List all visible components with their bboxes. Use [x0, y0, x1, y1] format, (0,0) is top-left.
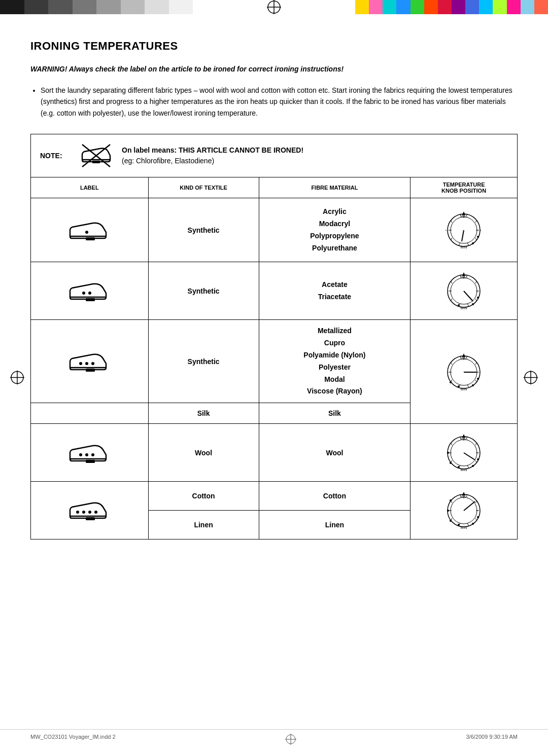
knob-3-icon: MAX MIN [443, 351, 484, 391]
svg-text:MIN: MIN [461, 468, 467, 472]
color-bar-top [0, 0, 548, 14]
svg-line-42 [451, 299, 452, 301]
svg-rect-51 [86, 369, 95, 372]
svg-point-121 [477, 516, 479, 518]
svg-line-63 [467, 385, 469, 387]
label-cell [31, 262, 149, 320]
footer: MW_CO23101 Voyager_IM.indd 2 3/6/2009 9:… [0, 729, 548, 746]
svg-point-102 [82, 511, 85, 514]
svg-point-73 [450, 381, 452, 383]
knob-wool-icon: MAX MIN [443, 431, 484, 472]
svg-rect-7 [86, 237, 95, 240]
svg-text:•: • [446, 229, 447, 232]
header-kind: KIND OF TEXTILE [148, 177, 259, 198]
svg-line-112 [475, 518, 477, 521]
textile-linen: Linen [148, 511, 259, 539]
bullet-item: Sort the laundry separating different fa… [41, 85, 518, 119]
svg-point-48 [477, 297, 479, 299]
svg-point-95 [477, 458, 479, 460]
bullet-section: Sort the laundry separating different fa… [30, 85, 518, 119]
right-color-swatches [355, 0, 548, 14]
svg-line-113 [467, 523, 469, 526]
svg-rect-100 [86, 517, 95, 520]
iron-2dot-icon [66, 274, 112, 307]
svg-point-97 [450, 462, 452, 464]
warning-text: WARNING! Always check the label on the a… [30, 64, 518, 75]
note-label: NOTE: [40, 152, 71, 160]
svg-point-125 [450, 499, 452, 501]
svg-point-52 [79, 362, 82, 365]
fibre-wool: Wool [259, 424, 410, 482]
svg-line-16 [475, 220, 477, 223]
footer-center-crosshair [285, 734, 296, 746]
svg-point-124 [447, 510, 449, 512]
svg-line-67 [451, 362, 452, 365]
left-crosshair [10, 370, 24, 386]
fibre-linen: Linen [259, 511, 410, 539]
svg-marker-25 [462, 211, 465, 215]
fibre-cell: AcrylicModacrylPolypropylenePolyurethane [259, 198, 410, 262]
svg-point-77 [85, 453, 88, 456]
svg-marker-69 [462, 353, 465, 357]
knob-wool-cell: MAX MIN [410, 424, 518, 482]
svg-point-31 [88, 292, 91, 295]
svg-point-72 [458, 385, 460, 387]
header-fibre: FIBRE MATERIAL [259, 177, 410, 198]
svg-point-53 [85, 362, 88, 365]
svg-rect-3 [92, 161, 100, 163]
svg-point-54 [91, 362, 94, 365]
svg-point-27 [477, 236, 479, 238]
svg-point-49 [458, 304, 460, 306]
svg-line-19 [467, 243, 469, 245]
svg-point-8 [85, 231, 88, 234]
svg-marker-46 [462, 272, 465, 276]
knob-cell: MAX MIN [410, 262, 518, 320]
svg-line-118 [464, 501, 475, 511]
svg-line-23 [451, 220, 452, 223]
svg-point-122 [458, 524, 460, 526]
footer-right: 3/6/2009 9:30:19 AM [466, 734, 518, 746]
knob-cotton-icon: MAX MIN [443, 489, 484, 530]
svg-rect-29 [86, 298, 95, 301]
iron-1dot-icon [66, 213, 112, 246]
svg-point-120 [472, 523, 474, 525]
main-content: IRONING TEMPERATURES WARNING! Always che… [0, 14, 548, 570]
iron-3dot-b-icon [66, 436, 112, 469]
textile-cell: Synthetic [148, 198, 259, 262]
svg-text:MIN: MIN [461, 245, 467, 249]
svg-line-40 [467, 304, 469, 306]
svg-point-70 [472, 384, 474, 386]
textile-cell: Synthetic [148, 320, 259, 403]
svg-point-26 [472, 242, 474, 244]
label-cell [31, 320, 149, 403]
iron-4dot-icon [66, 492, 112, 527]
svg-line-92 [464, 453, 475, 460]
svg-line-84 [475, 443, 477, 445]
table-row: Synthetic AcrylicModacrylPolypropylenePo… [31, 198, 518, 262]
svg-point-47 [472, 303, 474, 305]
top-center-crosshair [193, 0, 355, 14]
svg-marker-119 [462, 492, 465, 495]
right-crosshair [524, 370, 538, 386]
svg-point-76 [79, 453, 82, 456]
table-row-wool: Wool Wool MAX MIN [31, 424, 518, 482]
header-temp: TEMPERATUREKNOB POSITION [410, 177, 518, 198]
knob-cotton-cell: MAX MIN [410, 482, 518, 539]
label-cell-silk [31, 403, 149, 424]
ironing-table: NOTE: On label means: THIS ARTICLE CANNO… [30, 134, 518, 539]
iron-3dot-icon [66, 344, 112, 377]
label-cell-wool [31, 424, 149, 482]
svg-line-18 [475, 238, 477, 240]
svg-marker-93 [462, 434, 465, 438]
note-row: NOTE: On label means: THIS ARTICLE CANNO… [31, 134, 518, 177]
svg-line-37 [475, 281, 477, 283]
note-description: On label means: THIS ARTICLE CANNOT BE I… [122, 145, 303, 166]
table-header-row: LABEL KIND OF TEXTILE FIBRE MATERIAL TEM… [31, 177, 518, 198]
page-title: IRONING TEMPERATURES [30, 40, 518, 53]
svg-line-60 [475, 362, 477, 365]
knob-cell: MAX MIN [410, 320, 518, 424]
footer-left: MW_CO23101 Voyager_IM.indd 2 [30, 734, 116, 746]
label-cell [31, 198, 149, 262]
left-color-swatches [0, 0, 193, 14]
svg-point-103 [88, 511, 91, 514]
